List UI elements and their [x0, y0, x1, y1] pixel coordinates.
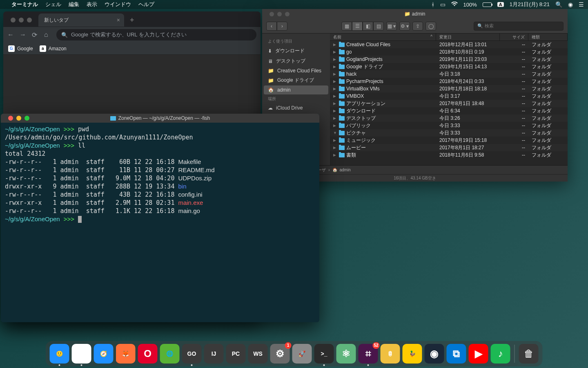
- new-tab-button[interactable]: +: [130, 16, 134, 25]
- dock-sequel[interactable]: 🛢: [381, 344, 400, 364]
- view-gallery-button[interactable]: ▤: [373, 22, 384, 31]
- search-field[interactable]: 🔍 検索: [474, 22, 564, 31]
- dock-trash[interactable]: 🗑: [519, 344, 539, 364]
- dock-goland[interactable]: GO: [182, 344, 202, 364]
- minimize-icon[interactable]: [19, 18, 24, 22]
- back-button[interactable]: ←: [7, 31, 15, 38]
- path-segment[interactable]: admin: [340, 168, 351, 172]
- disclosure-icon[interactable]: ▼: [333, 131, 337, 135]
- menu-edit[interactable]: 編集: [69, 1, 79, 8]
- disclosure-icon[interactable]: ▶: [333, 146, 337, 150]
- bookmark-google[interactable]: G Google: [8, 45, 33, 52]
- view-column-button[interactable]: ◧: [363, 22, 373, 31]
- disclosure-icon[interactable]: ▶: [333, 94, 337, 98]
- sidebar-item-google-drive[interactable]: 📁Google ドライブ: [262, 75, 330, 85]
- close-icon[interactable]: [11, 18, 16, 22]
- sidebar-item-icloud[interactable]: ☁iCloud Drive: [262, 103, 330, 112]
- arrange-button[interactable]: ▦ ▾: [386, 22, 397, 31]
- dock-safari[interactable]: 🧭: [94, 344, 114, 364]
- wifi-icon[interactable]: [451, 1, 458, 8]
- browser-tab[interactable]: 新しいタブ ×: [38, 13, 124, 27]
- disclosure-icon[interactable]: ▶: [333, 57, 337, 61]
- reload-button[interactable]: ⟳: [32, 31, 39, 38]
- dock-chrome[interactable]: ◉: [72, 344, 91, 364]
- disclosure-icon[interactable]: ▶: [333, 87, 337, 91]
- back-button[interactable]: ‹: [266, 22, 277, 31]
- sidebar-item-home[interactable]: 🏠admin: [264, 85, 328, 94]
- table-row[interactable]: ▶PycharmProjects2018年4月24日 0:33--フォルダ: [330, 78, 568, 85]
- disclosure-icon[interactable]: ▶: [333, 153, 337, 157]
- table-row[interactable]: ▶GoglandProjects2019年1月11日 23:03--フォルダ: [330, 56, 568, 63]
- dock-slack[interactable]: ⌗52: [359, 344, 378, 364]
- dock-pycharm[interactable]: PC: [226, 344, 246, 364]
- dock-terminal[interactable]: >_: [314, 344, 334, 364]
- notification-center-icon[interactable]: ☰: [579, 1, 584, 8]
- table-row[interactable]: ▶hack今日 3:18--フォルダ: [330, 70, 568, 78]
- table-row[interactable]: ▶ダウンロード今日 6:34--フォルダ: [330, 107, 568, 114]
- dock-spotify[interactable]: ♪: [491, 344, 510, 364]
- column-date[interactable]: 変更日: [436, 34, 500, 40]
- table-row[interactable]: ▶VMBOX今日 3:17--フォルダ: [330, 92, 568, 100]
- table-row[interactable]: ▶ムービー2017年8月1日 18:27--フォルダ: [330, 144, 568, 151]
- dock-intellij[interactable]: IJ: [204, 344, 224, 364]
- dock-tor[interactable]: 🌐: [160, 344, 180, 364]
- dock-opera[interactable]: O: [138, 344, 158, 364]
- sidebar-item-creative-cloud[interactable]: 📁Creative Cloud Files: [262, 66, 330, 75]
- dock-launchpad[interactable]: 🚀: [292, 344, 312, 364]
- table-row[interactable]: ▶go2018年10月8日 0:19--フォルダ: [330, 48, 568, 56]
- dock-settings[interactable]: ⚙1: [270, 344, 290, 364]
- address-bar[interactable]: 🔍 Google で検索するか、URL を入力してください: [56, 29, 256, 40]
- menu-shell[interactable]: シェル: [45, 1, 61, 8]
- forward-button[interactable]: ›: [277, 22, 287, 31]
- display-icon[interactable]: ▭: [440, 1, 445, 8]
- dock-youtube[interactable]: ▶: [469, 344, 488, 364]
- maximize-icon[interactable]: [24, 116, 29, 121]
- dock-finder[interactable]: 🙂: [50, 344, 69, 364]
- sidebar-item-desktop[interactable]: 🖥デスクトップ: [262, 56, 330, 66]
- table-row[interactable]: ▶ミュージック2017年8月19日 15:18--フォルダ: [330, 137, 568, 144]
- dock-duck[interactable]: 🦆: [403, 344, 422, 364]
- chrome-traffic-lights[interactable]: [7, 18, 36, 22]
- disclosure-icon[interactable]: ▶: [333, 116, 337, 120]
- disclosure-icon[interactable]: ▶: [333, 79, 337, 83]
- dock-atom[interactable]: ⚛: [336, 344, 356, 364]
- input-source[interactable]: A: [497, 2, 504, 7]
- action-button[interactable]: ⚙ ▾: [399, 22, 410, 31]
- terminal-content[interactable]: ~/g/s/g/A/ZoneOpen >>> pwd /Users/admin/…: [1, 123, 319, 226]
- battery-icon[interactable]: [483, 2, 492, 7]
- column-kind[interactable]: 種類: [528, 34, 568, 40]
- table-row[interactable]: ▶パブリック今日 3:33--フォルダ: [330, 122, 568, 129]
- minimize-icon[interactable]: [277, 12, 282, 16]
- menu-help[interactable]: ヘルプ: [138, 1, 154, 8]
- disclosure-icon[interactable]: ▶: [333, 101, 337, 105]
- menu-app[interactable]: ターミナル: [11, 1, 38, 8]
- sidebar-item-downloads[interactable]: ⬇ダウンロード: [262, 46, 330, 56]
- table-row[interactable]: ▶書類2018年11月6日 9:58--フォルダ: [330, 151, 568, 159]
- bookmark-amazon[interactable]: a Amazon: [40, 45, 67, 52]
- minimize-icon[interactable]: [16, 116, 21, 121]
- disclosure-icon[interactable]: ▶: [333, 43, 337, 47]
- disclosure-icon[interactable]: ▶: [333, 123, 337, 128]
- share-button[interactable]: ⇪: [412, 22, 423, 31]
- dock-steam[interactable]: ◉: [425, 344, 444, 364]
- dock-firefox[interactable]: 🦊: [116, 344, 136, 364]
- table-row[interactable]: ▼ピクチャ今日 3:33--フォルダ: [330, 129, 568, 137]
- table-row[interactable]: ▶VirtualBox VMs2019年1月18日 18:18--フォルダ: [330, 85, 568, 92]
- column-size[interactable]: サイズ: [500, 34, 528, 40]
- menu-view[interactable]: 表示: [87, 1, 97, 8]
- column-name[interactable]: 名前^: [330, 34, 436, 40]
- table-row[interactable]: ▶アプリケーション2017年8月1日 18:48--フォルダ: [330, 100, 568, 107]
- table-row[interactable]: ▶Creative Cloud Files2018年12月4日 13:01--フ…: [330, 41, 568, 48]
- bluetooth-icon[interactable]: ᚼ: [431, 1, 434, 8]
- close-icon[interactable]: [8, 116, 13, 121]
- maximize-icon[interactable]: [27, 18, 32, 22]
- view-list-button[interactable]: ☰: [352, 22, 363, 31]
- siri-icon[interactable]: ◉: [568, 1, 573, 8]
- table-row[interactable]: ▶デスクトップ今日 3:26--フォルダ: [330, 114, 568, 122]
- finder-titlebar[interactable]: 📁 admin: [262, 9, 568, 19]
- dock-webstorm[interactable]: WS: [248, 344, 268, 364]
- tags-button[interactable]: ◯: [425, 22, 436, 31]
- disclosure-icon[interactable]: ▶: [333, 72, 337, 76]
- view-icon-button[interactable]: ▦: [341, 22, 352, 31]
- tab-close-icon[interactable]: ×: [117, 17, 120, 23]
